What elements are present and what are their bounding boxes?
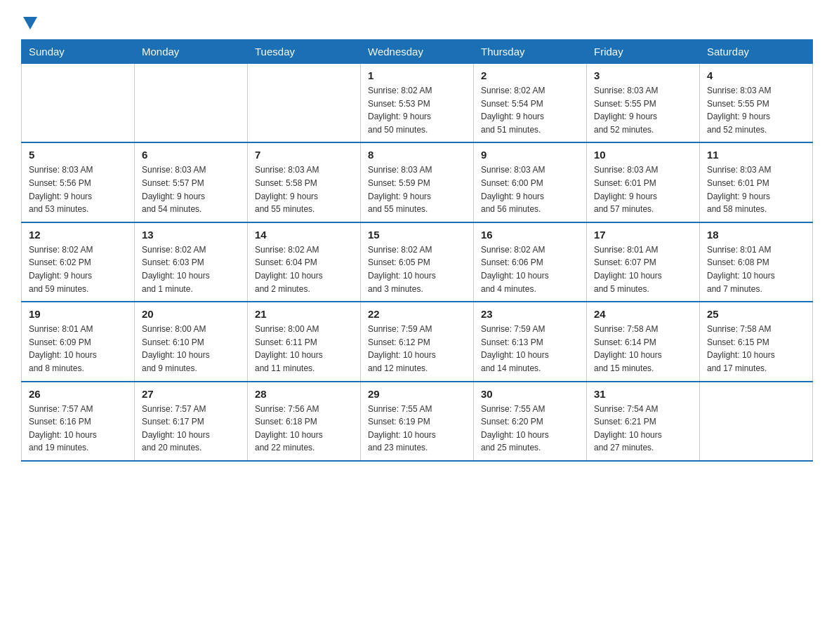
day-info: Sunrise: 8:03 AMSunset: 5:59 PMDaylight:… bbox=[368, 163, 466, 215]
day-info: Sunrise: 8:03 AMSunset: 5:55 PMDaylight:… bbox=[707, 84, 805, 136]
day-of-week-header: Thursday bbox=[474, 40, 587, 64]
day-number: 12 bbox=[29, 229, 127, 241]
day-info: Sunrise: 8:03 AMSunset: 5:58 PMDaylight:… bbox=[255, 163, 353, 215]
calendar-day-cell: 27Sunrise: 7:57 AMSunset: 6:17 PMDayligh… bbox=[135, 382, 248, 461]
calendar-day-cell: 5Sunrise: 8:03 AMSunset: 5:56 PMDaylight… bbox=[22, 142, 135, 222]
day-info: Sunrise: 8:03 AMSunset: 5:55 PMDaylight:… bbox=[594, 84, 692, 136]
calendar-day-cell: 26Sunrise: 7:57 AMSunset: 6:16 PMDayligh… bbox=[22, 382, 135, 461]
calendar-week-row: 12Sunrise: 8:02 AMSunset: 6:02 PMDayligh… bbox=[22, 222, 813, 302]
day-number: 22 bbox=[368, 308, 466, 320]
day-info: Sunrise: 7:55 AMSunset: 6:19 PMDaylight:… bbox=[368, 403, 466, 455]
day-of-week-header: Tuesday bbox=[248, 40, 361, 64]
day-info: Sunrise: 7:58 AMSunset: 6:15 PMDaylight:… bbox=[707, 323, 805, 375]
day-info: Sunrise: 8:03 AMSunset: 6:01 PMDaylight:… bbox=[707, 163, 805, 215]
day-number: 21 bbox=[255, 308, 353, 320]
day-number: 13 bbox=[142, 229, 240, 241]
day-info: Sunrise: 8:03 AMSunset: 6:01 PMDaylight:… bbox=[594, 163, 692, 215]
day-info: Sunrise: 8:00 AMSunset: 6:11 PMDaylight:… bbox=[255, 323, 353, 375]
calendar-day-cell bbox=[135, 64, 248, 143]
day-number: 28 bbox=[255, 388, 353, 400]
calendar-week-row: 26Sunrise: 7:57 AMSunset: 6:16 PMDayligh… bbox=[22, 382, 813, 461]
day-info: Sunrise: 7:59 AMSunset: 6:12 PMDaylight:… bbox=[368, 323, 466, 375]
calendar-day-cell: 2Sunrise: 8:02 AMSunset: 5:54 PMDaylight… bbox=[474, 64, 587, 143]
day-info: Sunrise: 7:56 AMSunset: 6:18 PMDaylight:… bbox=[255, 403, 353, 455]
day-number: 27 bbox=[142, 388, 240, 400]
calendar-day-cell: 3Sunrise: 8:03 AMSunset: 5:55 PMDaylight… bbox=[587, 64, 700, 143]
calendar-day-cell: 12Sunrise: 8:02 AMSunset: 6:02 PMDayligh… bbox=[22, 222, 135, 302]
calendar-day-cell bbox=[22, 64, 135, 143]
logo bbox=[21, 14, 37, 28]
day-number: 19 bbox=[29, 308, 127, 320]
calendar-day-cell: 28Sunrise: 7:56 AMSunset: 6:18 PMDayligh… bbox=[248, 382, 361, 461]
day-number: 17 bbox=[594, 229, 692, 241]
day-number: 14 bbox=[255, 229, 353, 241]
day-number: 6 bbox=[142, 149, 240, 161]
calendar-day-cell: 19Sunrise: 8:01 AMSunset: 6:09 PMDayligh… bbox=[22, 302, 135, 381]
day-number: 7 bbox=[255, 149, 353, 161]
day-number: 26 bbox=[29, 388, 127, 400]
day-info: Sunrise: 8:03 AMSunset: 6:00 PMDaylight:… bbox=[481, 163, 579, 215]
day-of-week-header: Friday bbox=[587, 40, 700, 64]
day-number: 3 bbox=[594, 69, 692, 81]
calendar-table: SundayMondayTuesdayWednesdayThursdayFrid… bbox=[21, 39, 813, 462]
day-number: 8 bbox=[368, 149, 466, 161]
calendar-day-cell: 20Sunrise: 8:00 AMSunset: 6:10 PMDayligh… bbox=[135, 302, 248, 381]
calendar-day-cell: 31Sunrise: 7:54 AMSunset: 6:21 PMDayligh… bbox=[587, 382, 700, 461]
calendar-week-row: 19Sunrise: 8:01 AMSunset: 6:09 PMDayligh… bbox=[22, 302, 813, 381]
calendar-day-cell: 17Sunrise: 8:01 AMSunset: 6:07 PMDayligh… bbox=[587, 222, 700, 302]
calendar-day-cell bbox=[700, 382, 813, 461]
calendar-day-cell: 14Sunrise: 8:02 AMSunset: 6:04 PMDayligh… bbox=[248, 222, 361, 302]
day-number: 31 bbox=[594, 388, 692, 400]
day-number: 18 bbox=[707, 229, 805, 241]
calendar-day-cell: 22Sunrise: 7:59 AMSunset: 6:12 PMDayligh… bbox=[361, 302, 474, 381]
calendar-day-cell: 29Sunrise: 7:55 AMSunset: 6:19 PMDayligh… bbox=[361, 382, 474, 461]
day-info: Sunrise: 8:01 AMSunset: 6:07 PMDaylight:… bbox=[594, 243, 692, 295]
day-number: 25 bbox=[707, 308, 805, 320]
day-number: 15 bbox=[368, 229, 466, 241]
day-info: Sunrise: 8:00 AMSunset: 6:10 PMDaylight:… bbox=[142, 323, 240, 375]
calendar-day-cell: 1Sunrise: 8:02 AMSunset: 5:53 PMDaylight… bbox=[361, 64, 474, 143]
day-info: Sunrise: 8:01 AMSunset: 6:09 PMDaylight:… bbox=[29, 323, 127, 375]
day-of-week-header: Saturday bbox=[700, 40, 813, 64]
day-info: Sunrise: 7:58 AMSunset: 6:14 PMDaylight:… bbox=[594, 323, 692, 375]
day-number: 9 bbox=[481, 149, 579, 161]
day-of-week-header: Sunday bbox=[22, 40, 135, 64]
calendar-day-cell: 16Sunrise: 8:02 AMSunset: 6:06 PMDayligh… bbox=[474, 222, 587, 302]
day-number: 1 bbox=[368, 69, 466, 81]
day-info: Sunrise: 8:03 AMSunset: 5:56 PMDaylight:… bbox=[29, 163, 127, 215]
day-info: Sunrise: 8:02 AMSunset: 6:06 PMDaylight:… bbox=[481, 243, 579, 295]
day-number: 16 bbox=[481, 229, 579, 241]
day-number: 29 bbox=[368, 388, 466, 400]
calendar-day-cell: 15Sunrise: 8:02 AMSunset: 6:05 PMDayligh… bbox=[361, 222, 474, 302]
day-info: Sunrise: 7:54 AMSunset: 6:21 PMDaylight:… bbox=[594, 403, 692, 455]
day-of-week-header: Monday bbox=[135, 40, 248, 64]
day-info: Sunrise: 8:02 AMSunset: 5:53 PMDaylight:… bbox=[368, 84, 466, 136]
day-number: 10 bbox=[594, 149, 692, 161]
calendar-day-cell: 6Sunrise: 8:03 AMSunset: 5:57 PMDaylight… bbox=[135, 142, 248, 222]
day-number: 4 bbox=[707, 69, 805, 81]
calendar-day-cell: 21Sunrise: 8:00 AMSunset: 6:11 PMDayligh… bbox=[248, 302, 361, 381]
day-info: Sunrise: 8:02 AMSunset: 5:54 PMDaylight:… bbox=[481, 84, 579, 136]
calendar-day-cell: 8Sunrise: 8:03 AMSunset: 5:59 PMDaylight… bbox=[361, 142, 474, 222]
calendar-day-cell: 25Sunrise: 7:58 AMSunset: 6:15 PMDayligh… bbox=[700, 302, 813, 381]
day-of-week-header: Wednesday bbox=[361, 40, 474, 64]
day-number: 2 bbox=[481, 69, 579, 81]
calendar-day-cell: 23Sunrise: 7:59 AMSunset: 6:13 PMDayligh… bbox=[474, 302, 587, 381]
calendar-day-cell: 24Sunrise: 7:58 AMSunset: 6:14 PMDayligh… bbox=[587, 302, 700, 381]
header bbox=[21, 14, 813, 28]
day-info: Sunrise: 8:03 AMSunset: 5:57 PMDaylight:… bbox=[142, 163, 240, 215]
calendar-week-row: 1Sunrise: 8:02 AMSunset: 5:53 PMDaylight… bbox=[22, 64, 813, 143]
day-info: Sunrise: 7:59 AMSunset: 6:13 PMDaylight:… bbox=[481, 323, 579, 375]
logo-triangle-icon bbox=[23, 17, 37, 29]
day-info: Sunrise: 7:57 AMSunset: 6:17 PMDaylight:… bbox=[142, 403, 240, 455]
calendar-week-row: 5Sunrise: 8:03 AMSunset: 5:56 PMDaylight… bbox=[22, 142, 813, 222]
calendar-day-cell: 18Sunrise: 8:01 AMSunset: 6:08 PMDayligh… bbox=[700, 222, 813, 302]
day-number: 24 bbox=[594, 308, 692, 320]
day-number: 11 bbox=[707, 149, 805, 161]
day-info: Sunrise: 8:02 AMSunset: 6:04 PMDaylight:… bbox=[255, 243, 353, 295]
day-number: 30 bbox=[481, 388, 579, 400]
calendar-day-cell: 4Sunrise: 8:03 AMSunset: 5:55 PMDaylight… bbox=[700, 64, 813, 143]
day-info: Sunrise: 7:55 AMSunset: 6:20 PMDaylight:… bbox=[481, 403, 579, 455]
calendar-day-cell: 11Sunrise: 8:03 AMSunset: 6:01 PMDayligh… bbox=[700, 142, 813, 222]
day-info: Sunrise: 7:57 AMSunset: 6:16 PMDaylight:… bbox=[29, 403, 127, 455]
